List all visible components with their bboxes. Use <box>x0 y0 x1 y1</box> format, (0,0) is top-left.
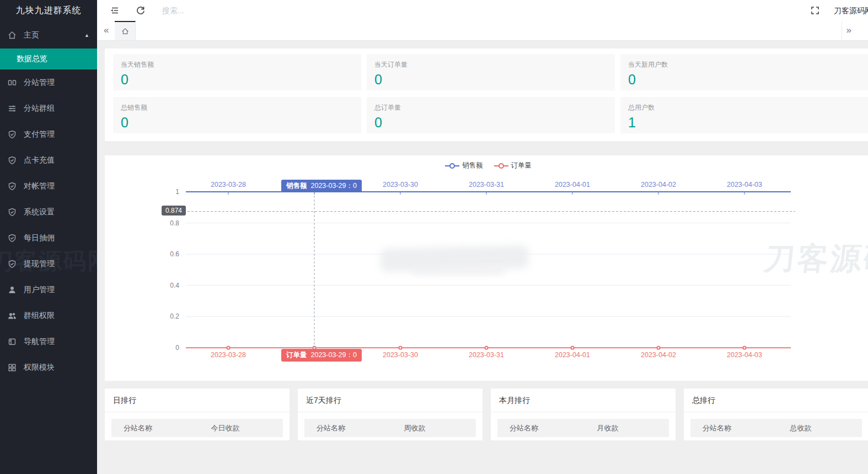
tabs-scroll-left-button[interactable]: « <box>99 21 113 40</box>
divider <box>298 412 483 412</box>
ranking-title: 本月排行 <box>491 389 676 412</box>
shield-check-icon <box>8 260 17 268</box>
legend-line-marker-icon <box>494 163 508 169</box>
stat-label: 总销售额 <box>121 103 353 112</box>
columns-icon <box>8 78 17 87</box>
ranking-card-daily: 日排行 分站名称 今日收款 <box>105 389 290 440</box>
sidebar-item-reconciliation[interactable]: 对帐管理 <box>0 173 97 199</box>
sidebar-item-nav-manage[interactable]: 导航管理 <box>0 328 97 354</box>
ranking-cards: 日排行 分站名称 今日收款 近7天排行 分站名称 周收款 本月排行 分站名称 月… <box>105 389 868 441</box>
ranking-card-total: 总排行 分站名称 总收款 <box>684 389 868 440</box>
watermark-text: 刀客源码网 <box>762 238 868 280</box>
stat-card-today-new-users: 当天新用户数 0 <box>620 54 868 90</box>
sidebar-nav: 主页 ▲ 数据总览 分站管理 分站群组 支付管理 <box>0 21 97 380</box>
ranking-table-header: 分站名称 今日收款 <box>111 419 283 437</box>
shield-check-icon <box>8 182 17 191</box>
brand-link[interactable]: 刀客源码网 <box>834 0 868 21</box>
ranking-table-header: 分站名称 月收款 <box>497 419 669 437</box>
sidebar-item-substation-groups[interactable]: 分站群组 <box>0 95 97 121</box>
crosshair-y-badge: 0.874 <box>162 206 186 216</box>
legend-orders[interactable]: 订单量 <box>494 161 532 170</box>
tooltip-series-name: 销售额 <box>286 182 307 190</box>
sidebar-item-card-recharge[interactable]: 点卡充值 <box>0 147 97 173</box>
app-title: 九块九进群系统 <box>0 0 97 21</box>
sidebar-item-group-permissions[interactable]: 群组权限 <box>0 303 97 328</box>
sidebar-item-home[interactable]: 主页 ▲ <box>0 24 97 46</box>
column-header: 今日收款 <box>211 423 283 433</box>
ranking-title: 近7天排行 <box>298 389 483 412</box>
sidebar-item-payment-manage[interactable]: 支付管理 <box>0 121 97 147</box>
sidebar-item-user-manage[interactable]: 用户管理 <box>0 277 97 303</box>
svg-text:2023-04-01: 2023-04-01 <box>555 181 590 188</box>
svg-text:0.8: 0.8 <box>170 219 179 227</box>
collapse-menu-icon[interactable] <box>110 6 120 15</box>
svg-text:0.2: 0.2 <box>170 313 179 320</box>
sidebar-item-withdrawal-manage[interactable]: 提现管理 <box>0 251 97 277</box>
sidebar-item-label: 点卡充值 <box>24 155 55 165</box>
svg-text:2023-04-03: 2023-04-03 <box>727 181 762 188</box>
ranking-table-header: 分站名称 总收款 <box>690 419 862 437</box>
column-header: 总收款 <box>790 423 862 433</box>
stat-card-total-orders: 总订单量 0 <box>367 97 615 133</box>
svg-text:2023-04-01: 2023-04-01 <box>555 351 590 359</box>
shield-check-icon <box>8 130 17 139</box>
column-header: 月收款 <box>597 423 669 433</box>
user-icon <box>8 286 17 294</box>
tooltip-series-value: 2023-03-29：0 <box>311 182 357 190</box>
stat-label: 当天新用户数 <box>628 60 861 69</box>
svg-text:2023-04-03: 2023-04-03 <box>727 351 762 359</box>
legend-sales[interactable]: 销售额 <box>445 161 483 170</box>
sidebar-item-label: 主页 <box>24 30 39 40</box>
watermark-blur-blob <box>411 267 505 274</box>
tooltip-orders-badge: 订单量2023-03-29：0 <box>281 349 362 362</box>
home-icon <box>8 31 17 40</box>
tab-home[interactable] <box>115 21 136 40</box>
ranking-card-7days: 近7天排行 分站名称 周收款 <box>298 389 483 440</box>
home-icon <box>121 27 130 36</box>
svg-text:0.4: 0.4 <box>170 282 179 289</box>
sidebar-item-substation-manage[interactable]: 分站管理 <box>0 69 97 95</box>
chart-panel: 销售额 订单量 10.80.60.40.202023-03-282023-03-… <box>105 155 868 381</box>
sidebar-item-daily-commission[interactable]: 每日抽佣 <box>0 225 97 251</box>
column-header: 周收款 <box>404 423 476 433</box>
sidebar: 刀客源码网 九块九进群系统 主页 ▲ 数据总览 分站管理 分站群组 <box>0 0 97 474</box>
stat-value: 1 <box>628 115 861 131</box>
chart-legend: 销售额 订单量 <box>186 161 791 170</box>
sidebar-item-system-settings[interactable]: 系统设置 <box>0 199 97 225</box>
sliders-icon <box>8 104 17 113</box>
svg-text:0.6: 0.6 <box>170 250 179 258</box>
divider <box>105 412 290 412</box>
svg-text:0: 0 <box>175 344 179 352</box>
legend-label: 订单量 <box>511 161 532 170</box>
grid-icon <box>8 363 17 372</box>
stat-label: 总订单量 <box>374 103 607 112</box>
fullscreen-icon[interactable] <box>811 6 819 15</box>
stat-value: 0 <box>374 115 607 131</box>
sidebar-item-permission-module[interactable]: 权限模块 <box>0 354 97 380</box>
divider <box>684 412 868 412</box>
refresh-icon[interactable] <box>136 6 146 15</box>
shield-check-icon <box>8 156 17 165</box>
divider <box>491 412 676 412</box>
column-header: 分站名称 <box>304 423 404 433</box>
ranking-title: 日排行 <box>105 389 290 412</box>
stats-panel: 当天销售额 0 当天订单量 0 当天新用户数 0 总销售额 0 总订单量 0 总… <box>105 49 868 141</box>
sidebar-item-label: 权限模块 <box>24 363 55 373</box>
tooltip-sales-badge: 销售额2023-03-29：0 <box>281 180 362 192</box>
search-input[interactable] <box>162 3 328 18</box>
sidebar-item-data-overview[interactable]: 数据总览 <box>0 49 97 69</box>
stat-card-today-sales: 当天销售额 0 <box>113 54 361 90</box>
column-header: 分站名称 <box>497 423 597 433</box>
tabs-scroll-right-button[interactable]: » <box>842 21 856 40</box>
tooltip-series-value: 2023-03-29：0 <box>311 351 357 359</box>
svg-text:2023-03-30: 2023-03-30 <box>383 181 418 188</box>
sidebar-item-label: 每日抽佣 <box>24 233 55 243</box>
nav-icon <box>8 337 17 346</box>
svg-text:1: 1 <box>175 188 179 196</box>
svg-text:2023-04-02: 2023-04-02 <box>641 181 676 188</box>
column-header: 分站名称 <box>111 423 211 433</box>
stat-card-today-orders: 当天订单量 0 <box>367 54 615 90</box>
users-icon <box>8 311 17 320</box>
sidebar-item-label: 群组权限 <box>24 311 55 321</box>
caret-up-icon: ▲ <box>84 33 89 38</box>
